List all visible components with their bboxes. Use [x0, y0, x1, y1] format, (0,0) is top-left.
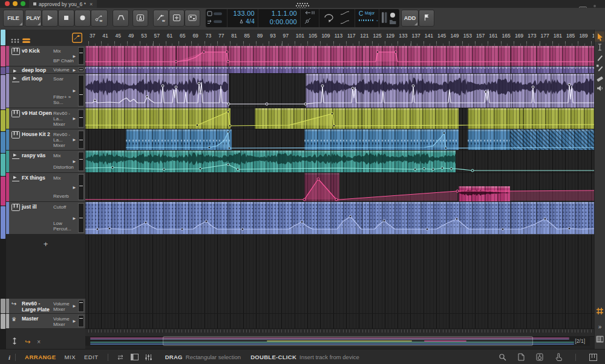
track-param[interactable]: Mixer [53, 122, 76, 127]
punch-button[interactable] [113, 10, 129, 27]
show-returns-icon[interactable]: ↪ [25, 338, 30, 346]
fader-handle[interactable] [79, 140, 83, 140]
track-header-v9-hat-open[interactable]: v9 Hat OpenRev60 - La...Mixer▶ [6, 108, 85, 129]
minimize-window-button[interactable] [13, 1, 18, 6]
track-header-v0-kick[interactable]: v0 KickMixBP Chain▶ [6, 46, 85, 67]
project-tab[interactable]: approved by you_6 * × [29, 0, 97, 8]
record-button[interactable] [74, 10, 91, 27]
arrange-row-just-ill[interactable] [85, 202, 594, 235]
view-tab-arrange[interactable]: ARRANGE [25, 354, 56, 360]
track-fader[interactable] [78, 68, 84, 72]
audition-tool[interactable] [595, 83, 604, 93]
zoom-icon[interactable] [499, 353, 506, 361]
disclosure-arrow-icon[interactable]: ▶ [73, 216, 76, 220]
maximize-window-button[interactable] [21, 1, 25, 6]
close-window-button[interactable] [5, 1, 10, 6]
track-param[interactable]: Reverb [53, 193, 76, 199]
clip[interactable] [85, 67, 594, 73]
clip[interactable] [459, 186, 510, 201]
disclosure-arrow-icon[interactable]: ▶ [73, 137, 76, 141]
track-header-fx-things[interactable]: FX thingsMixReverb▶ [6, 173, 85, 202]
clip[interactable] [468, 129, 510, 150]
object-pen-tool[interactable] [595, 62, 604, 73]
arrange-row-house-kit-2[interactable] [85, 129, 594, 151]
tempo-value[interactable]: 133.00 [227, 9, 258, 18]
add-track-button[interactable]: + [6, 235, 85, 299]
touch-icon[interactable] [555, 353, 562, 361]
clip[interactable] [85, 151, 456, 172]
track-fader[interactable] [78, 131, 84, 149]
loop-fades-cell[interactable] [319, 9, 355, 27]
stop-button[interactable] [58, 10, 74, 27]
track-param[interactable]: Distortion [53, 164, 76, 170]
disclosure-arrow-icon[interactable]: ▶ [73, 54, 76, 58]
fader-handle[interactable] [79, 318, 83, 319]
project-tab-close-icon[interactable]: × [90, 1, 93, 7]
disclosure-arrow-icon[interactable]: ▶ [73, 88, 76, 93]
view-tab-edit[interactable]: EDIT [84, 354, 99, 360]
play-menu-button[interactable]: PLAY [25, 10, 42, 27]
play-button[interactable] [42, 10, 58, 27]
file-button[interactable]: FILE [3, 10, 24, 27]
track-param[interactable]: Soar [53, 76, 76, 82]
track-param[interactable]: Low Percut... [53, 221, 76, 232]
automation-follow-button[interactable]: w [153, 10, 169, 27]
return-track-lane[interactable] [85, 299, 594, 314]
fader-handle[interactable] [79, 159, 83, 160]
expand-panel-icon[interactable]: » [598, 320, 602, 331]
clip[interactable] [468, 108, 594, 129]
groove-cell[interactable] [379, 9, 399, 27]
track-scroll-strip[interactable] [0, 30, 6, 349]
minimap-viewport[interactable] [163, 336, 533, 346]
clip[interactable] [126, 129, 232, 150]
clip[interactable] [306, 74, 594, 108]
track-fader[interactable] [78, 75, 84, 106]
arrange-row-fx-things[interactable] [85, 173, 594, 202]
time-select-tool[interactable] [595, 42, 604, 52]
disclosure-arrow-icon[interactable]: ▶ [73, 185, 76, 189]
effect-track-lanes[interactable] [85, 299, 594, 329]
key-scale-cell[interactable]: C Major ⌄ [355, 9, 379, 27]
disclosure-arrow-icon[interactable]: ▶ [73, 304, 76, 308]
tempo-cell[interactable]: 133.00 4/4 [227, 9, 258, 27]
pointer-tool[interactable] [595, 31, 604, 42]
fader-handle[interactable] [79, 117, 83, 118]
view-tab-mix[interactable]: MIX [65, 354, 76, 360]
fader-handle[interactable] [79, 186, 83, 186]
eraser-tool[interactable] [595, 73, 604, 83]
track-fader[interactable] [78, 152, 84, 171]
snap-grid-icon[interactable] [596, 307, 604, 317]
speakerbox-icon[interactable] [536, 353, 543, 361]
pianosm-icon[interactable] [589, 354, 597, 361]
pen-tool[interactable] [595, 52, 604, 62]
fader-handle[interactable] [79, 94, 83, 95]
info-icon[interactable]: i [8, 354, 10, 361]
track-fader[interactable] [78, 174, 84, 200]
expand-tracks-icon[interactable] [11, 337, 18, 348]
disclosure-arrow-icon[interactable]: ▶ [73, 68, 76, 72]
fader-handle[interactable] [79, 70, 83, 70]
track-header-dirt-loop[interactable]: dirt loopSoarFilter+ » So...▶ [6, 74, 85, 108]
time-signature-value[interactable]: 4/4 [227, 18, 258, 26]
panel-icon[interactable] [131, 354, 139, 360]
arrange-row-v9-hat-open[interactable] [85, 108, 594, 129]
track-param[interactable]: Mix [53, 153, 76, 158]
beat-ruler[interactable]: 3741454953576165697377818589939710110510… [85, 30, 594, 47]
disclosure-arrow-icon[interactable]: ▶ [73, 159, 76, 163]
play-position-value[interactable]: 1.1.1.00 [258, 9, 300, 18]
arrange-row-dirt-loop[interactable] [85, 74, 594, 108]
track-header-rev60-large-plate[interactable]: ↪Rev60 - Large PlateVolumeMixer▶ [6, 299, 85, 314]
clip[interactable] [304, 173, 339, 201]
close-panel-icon[interactable]: × [37, 339, 41, 345]
clip[interactable] [85, 46, 594, 66]
fader-handle[interactable] [79, 218, 83, 218]
clip[interactable] [85, 202, 594, 234]
clip[interactable] [255, 108, 459, 129]
grid-view-icon[interactable] [11, 35, 19, 46]
track-header-deep-loop[interactable]: deep loopVolume▶ [6, 67, 85, 74]
fader-handle[interactable] [79, 302, 83, 303]
pad-display-button[interactable] [185, 10, 200, 27]
track-fader[interactable] [78, 47, 84, 65]
track-param[interactable]: Filter+ » So... [53, 94, 76, 105]
automation-lane-button[interactable] [72, 33, 82, 45]
